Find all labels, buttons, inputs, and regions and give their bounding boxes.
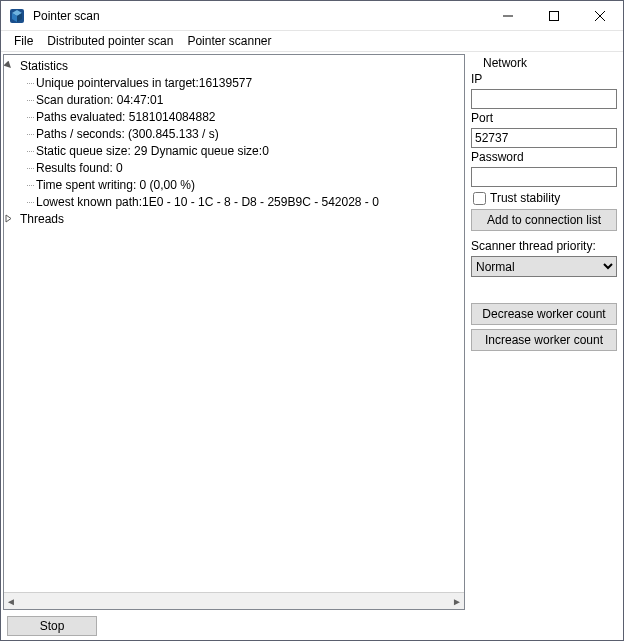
stat-paths-per-second: Paths / seconds: (300.845.133 / s) <box>36 127 219 141</box>
tree-label: Statistics <box>20 59 68 73</box>
side-panel: Network IP Port Password Trust stability… <box>467 52 623 640</box>
network-group-label: Network <box>471 56 617 70</box>
tree-leaf[interactable]: ·Paths evaluated: 5181014084882 <box>4 108 464 125</box>
tree-view: Statistics ·Unique pointervalues in targ… <box>3 54 465 610</box>
stat-paths-evaluated: Paths evaluated: 5181014084882 <box>36 110 216 124</box>
stop-button[interactable]: Stop <box>7 616 97 636</box>
tree-leaf[interactable]: ·Lowest known path:1E0 - 10 - 1C - 8 - D… <box>4 193 464 210</box>
stat-results-found: Results found: 0 <box>36 161 123 175</box>
stat-lowest-path: Lowest known path:1E0 - 10 - 1C - 8 - D8… <box>36 195 379 209</box>
menu-distributed-pointer-scan[interactable]: Distributed pointer scan <box>40 32 180 50</box>
trust-stability-label: Trust stability <box>490 191 560 205</box>
menu-file[interactable]: File <box>7 32 40 50</box>
ip-input[interactable] <box>471 89 617 109</box>
trust-stability-checkbox[interactable] <box>473 192 486 205</box>
tree-scroll[interactable]: Statistics ·Unique pointervalues in targ… <box>4 55 464 592</box>
tree-leaf[interactable]: ·Unique pointervalues in target:16139577 <box>4 74 464 91</box>
expand-icon[interactable] <box>4 214 20 223</box>
ip-label: IP <box>471 72 617 87</box>
app-icon <box>9 8 25 24</box>
password-input[interactable] <box>471 167 617 187</box>
window-controls <box>485 1 623 30</box>
tree-leaf[interactable]: ·Static queue size: 29 Dynamic queue siz… <box>4 142 464 159</box>
bottom-bar: Stop <box>1 612 467 640</box>
spacer <box>471 279 617 299</box>
menu-pointer-scanner[interactable]: Pointer scanner <box>180 32 278 50</box>
tree-leaf[interactable]: ·Scan duration: 04:47:01 <box>4 91 464 108</box>
trust-stability-row[interactable]: Trust stability <box>471 191 617 205</box>
tree-leaf[interactable]: ·Paths / seconds: (300.845.133 / s) <box>4 125 464 142</box>
minimize-button[interactable] <box>485 1 531 30</box>
left-panel: Statistics ·Unique pointervalues in targ… <box>1 52 467 640</box>
tree-leaf[interactable]: ·Time spent writing: 0 (0,00 %) <box>4 176 464 193</box>
stat-queue-size: Static queue size: 29 Dynamic queue size… <box>36 144 269 158</box>
stat-unique: Unique pointervalues in target:16139577 <box>36 76 252 90</box>
add-to-connection-button[interactable]: Add to connection list <box>471 209 617 231</box>
scroll-left-icon[interactable]: ◄ <box>6 596 16 607</box>
stat-duration: Scan duration: 04:47:01 <box>36 93 163 107</box>
maximize-button[interactable] <box>531 1 577 30</box>
priority-select[interactable]: Normal <box>471 256 617 277</box>
title-bar: Pointer scan <box>1 1 623 31</box>
scroll-right-icon[interactable]: ► <box>452 596 462 607</box>
tree-node-threads[interactable]: Threads <box>4 210 464 227</box>
close-button[interactable] <box>577 1 623 30</box>
port-label: Port <box>471 111 617 126</box>
decrease-worker-button[interactable]: Decrease worker count <box>471 303 617 325</box>
tree-leaf[interactable]: ·Results found: 0 <box>4 159 464 176</box>
priority-label: Scanner thread priority: <box>471 239 617 254</box>
main-area: Statistics ·Unique pointervalues in targ… <box>1 51 623 640</box>
collapse-icon[interactable] <box>4 61 20 70</box>
password-label: Password <box>471 150 617 165</box>
port-input[interactable] <box>471 128 617 148</box>
horizontal-scrollbar[interactable]: ◄ ► <box>4 592 464 609</box>
stat-time-writing: Time spent writing: 0 (0,00 %) <box>36 178 195 192</box>
menu-bar: File Distributed pointer scan Pointer sc… <box>1 31 623 51</box>
tree-label: Threads <box>20 212 64 226</box>
increase-worker-button[interactable]: Increase worker count <box>471 329 617 351</box>
tree-node-statistics[interactable]: Statistics <box>4 57 464 74</box>
svg-rect-2 <box>550 11 559 20</box>
window-title: Pointer scan <box>33 9 485 23</box>
